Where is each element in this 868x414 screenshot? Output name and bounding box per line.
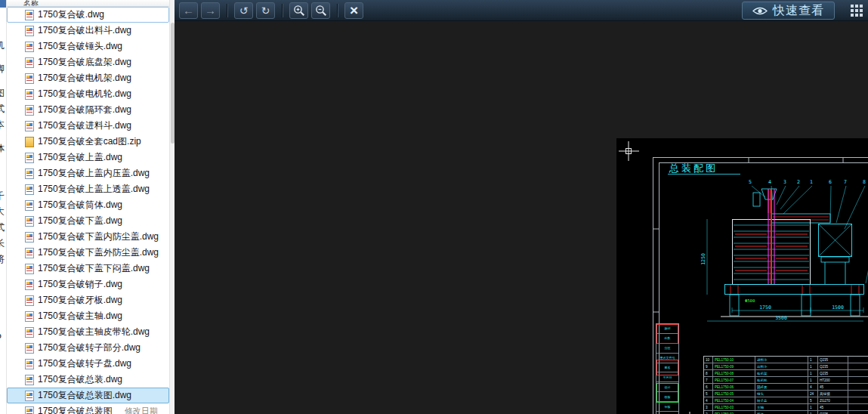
- edge-char: 千: [0, 190, 5, 202]
- dwg-file-icon: [25, 406, 34, 414]
- name-column-header[interactable]: 名称: [7, 0, 169, 7]
- file-name: 1750复合破牙板.dwg: [38, 294, 122, 307]
- apps-grid-button[interactable]: [850, 4, 863, 17]
- dwg-file-icon: [25, 73, 34, 84]
- rotate-right-button[interactable]: ↻: [256, 2, 275, 19]
- bom-row: 2PEL1750-02筒体1Q235: [704, 411, 868, 414]
- cad-canvas[interactable]: 总装配图: [616, 138, 868, 414]
- zoom-in-button[interactable]: [289, 2, 308, 19]
- bom-row: 4PEL1750-04转子盘5ZG270: [704, 397, 868, 404]
- file-name: 1750复合破总装.dwg: [38, 373, 122, 386]
- revision-row: 更改文件号: [656, 354, 678, 363]
- viewer-toolbar: ← → ↺ ↻ × 快速查看: [175, 0, 868, 21]
- revision-row: 校核: [656, 392, 678, 402]
- dwg-file-icon: [25, 359, 34, 369]
- file-name: 1750复合破总装图: [38, 405, 113, 414]
- file-name: 1750复合破进料斗.dwg: [38, 119, 131, 132]
- file-list-item[interactable]: 1750复合破全套cad图.zip: [7, 134, 169, 150]
- dwg-file-icon: [25, 375, 34, 385]
- dwg-file-icon: [25, 248, 34, 258]
- dwg-file-icon: [25, 153, 34, 163]
- quick-view-button[interactable]: 快速查看: [742, 2, 835, 20]
- bom-row: 7PEL1750-07电机轮1HT200: [704, 377, 868, 384]
- file-list-item[interactable]: 1750复合破底盘架.dwg: [7, 54, 169, 70]
- file-list-item[interactable]: 1750复合破进料斗.dwg: [7, 118, 169, 134]
- dwg-file-icon: [25, 105, 34, 116]
- file-list-item[interactable]: 1750复合破主轴皮带轮.dwg: [7, 324, 169, 340]
- file-list-item[interactable]: 1750复合破.dwg: [7, 7, 169, 23]
- file-list-item[interactable]: 1750复合破转子盘.dwg: [7, 356, 169, 372]
- toolbar-divider: [227, 4, 227, 17]
- close-button[interactable]: ×: [344, 2, 363, 19]
- file-list-item[interactable]: 1750复合破下盖.dwg: [7, 213, 169, 229]
- file-list-item[interactable]: 1750复合破销子.dwg: [7, 277, 169, 292]
- file-name: 1750复合破上盖.dwg: [38, 151, 122, 164]
- file-list-item[interactable]: 1750复合破筒体.dwg: [7, 197, 169, 213]
- svg-text:5: 5: [749, 179, 752, 185]
- file-list-item[interactable]: 1750复合破电机轮.dwg: [7, 86, 169, 102]
- dwg-file-icon: [25, 264, 34, 274]
- drawing-title: 总装配图: [669, 162, 718, 174]
- file-list-item[interactable]: 1750复合破电机架.dwg: [7, 70, 169, 86]
- dwg-file-icon: [25, 343, 34, 354]
- edge-char: 机: [0, 39, 5, 52]
- file-name: 1750复合破上盖上透盖.dwg: [38, 183, 150, 196]
- file-list-item[interactable]: 1750复合破锤头.dwg: [7, 39, 169, 54]
- revision-row: 设计: [656, 382, 678, 392]
- file-list-item[interactable]: 1750复合破转子部分.dwg: [7, 340, 169, 356]
- file-list-item[interactable]: 1750复合破隔环套.dwg: [7, 102, 169, 118]
- svg-text:3500: 3500: [775, 315, 787, 321]
- dwg-file-icon: [25, 10, 34, 20]
- forward-button[interactable]: →: [201, 2, 220, 19]
- quick-view-label: 快速查看: [773, 3, 824, 19]
- file-list-item[interactable]: 1750复合破下盖内防尘盖.dwg: [7, 229, 169, 245]
- svg-text:3: 3: [783, 179, 786, 185]
- revision-row: 年月日: [656, 372, 678, 382]
- rotate-left-button[interactable]: ↺: [234, 2, 253, 19]
- edge-strip: 机脚图式本体千大式长将P: [0, 0, 7, 414]
- svg-text:6: 6: [829, 179, 832, 185]
- dwg-file-icon: [25, 184, 34, 195]
- file-name: 1750复合破出料斗.dwg: [38, 24, 131, 37]
- file-name: 1750复合破下盖.dwg: [38, 215, 122, 227]
- dwg-file-icon: [25, 295, 34, 306]
- back-button[interactable]: ←: [179, 2, 198, 19]
- file-name: 1750复合破主轴.dwg: [38, 310, 122, 323]
- file-name: 1750复合破下盖下闷盖.dwg: [38, 262, 150, 275]
- revision-table: 标记处数分区更改文件号签名年月日设计校核审核工艺批准: [656, 323, 679, 414]
- revision-row: 审核: [656, 402, 678, 412]
- file-list-item[interactable]: 1750复合破出料斗.dwg: [7, 23, 169, 39]
- edge-char: 式: [0, 221, 5, 234]
- file-name: 1750复合破上盖内压盖.dwg: [38, 167, 150, 180]
- dwg-file-icon: [25, 57, 34, 68]
- sidebar-scrollbar[interactable]: [169, 0, 175, 414]
- revision-row: 标记: [656, 324, 678, 334]
- svg-text:Φ500: Φ500: [745, 298, 755, 303]
- dwg-file-icon: [25, 89, 34, 100]
- edge-char: 脚: [0, 63, 5, 76]
- viewer-area[interactable]: 总装配图: [175, 21, 868, 414]
- zoom-in-icon: [293, 5, 305, 17]
- file-list-item[interactable]: 1750复合破总装图.dwg: [7, 388, 169, 403]
- svg-text:2: 2: [797, 179, 800, 185]
- file-name: 1750复合破销子.dwg: [38, 278, 122, 291]
- file-list-item[interactable]: 1750复合破上盖上透盖.dwg: [7, 181, 169, 197]
- file-list-item[interactable]: 1750复合破总装.dwg: [7, 372, 169, 388]
- file-list-item[interactable]: 1750复合破下盖外防尘盖.dwg: [7, 245, 169, 261]
- edge-char: 本: [0, 119, 5, 131]
- svg-text:4: 4: [768, 179, 771, 185]
- svg-text:1500: 1500: [832, 304, 844, 310]
- file-name: 1750复合破底盘架.dwg: [38, 56, 131, 69]
- file-list-item[interactable]: 1750复合破下盖下闷盖.dwg: [7, 261, 169, 277]
- file-name: 1750复合破筒体.dwg: [38, 199, 122, 212]
- bom-row: 8PEL1750-08电机架1Q235: [704, 370, 868, 377]
- file-list-item[interactable]: 1750复合破牙板.dwg: [7, 292, 169, 308]
- file-list-item[interactable]: 1750复合破上盖内压盖.dwg: [7, 165, 169, 181]
- file-list-item[interactable]: 1750复合破上盖.dwg: [7, 150, 169, 165]
- svg-text:1250: 1250: [700, 253, 706, 265]
- scrollbar-thumb[interactable]: [171, 23, 175, 144]
- file-list-item[interactable]: 1750复合破主轴.dwg: [7, 308, 169, 324]
- dwg-file-icon: [25, 121, 34, 131]
- file-list-footer[interactable]: 1750复合破总装图 修改日期: [7, 403, 169, 414]
- zoom-out-button[interactable]: [311, 2, 330, 19]
